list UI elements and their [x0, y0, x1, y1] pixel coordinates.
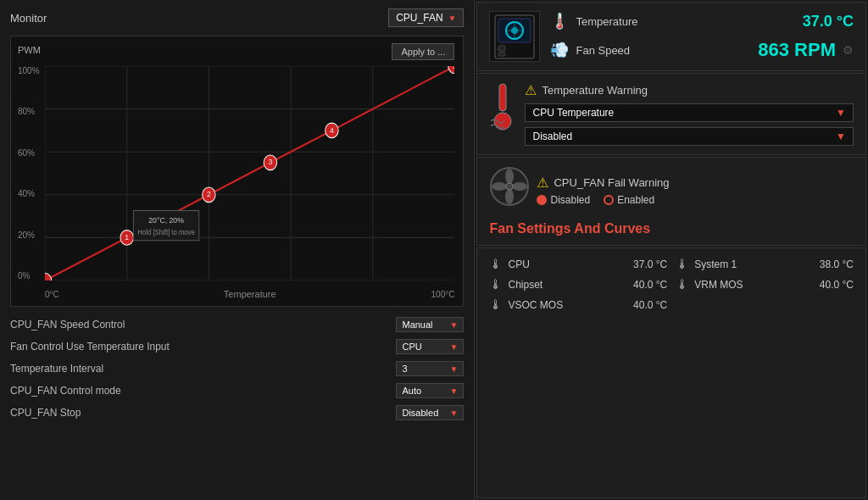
graph-y-axis-labels: 100% 80% 60% 40% 20% 0% — [18, 66, 40, 281]
svg-text:Hold [Shift] to move: Hold [Shift] to move — [137, 229, 195, 237]
graph-plot-area[interactable]: 0 1 2 3 4 5 20°C, 20% Hold [Shift] t — [45, 66, 454, 281]
setting-row-3: CPU_FAN Control mode Auto ▼ — [10, 381, 464, 400]
temp-icon-vrm: 🌡 — [676, 277, 689, 292]
temps-card: 🌡 CPU 37.0 °C 🌡 System 1 38.0 °C 🌡 Chips… — [476, 247, 866, 498]
setting-arrow-2-icon: ▼ — [450, 364, 459, 374]
temp-source-value: CPU Temperature — [532, 107, 614, 119]
setting-label-2: Temperature Interval — [10, 363, 103, 375]
temp-name-vsoc: VSOC MOS — [508, 299, 628, 311]
thermometer-warning-icon — [489, 82, 516, 133]
fan-curves-label: Fan Settings And Curves — [489, 221, 854, 236]
y-label-80: 80% — [18, 107, 40, 116]
x-label-100: 100°C — [431, 290, 455, 299]
setting-select-3[interactable]: Auto ▼ — [396, 383, 464, 398]
thermometer-status-icon: 🌡️ — [550, 12, 569, 31]
warning-content: ⚠ Temperature Warning CPU Temperature ▼ … — [525, 82, 854, 146]
setting-label-4: CPU_FAN Stop — [10, 407, 81, 419]
fail-warning-title: CPU_FAN Fail Warning — [554, 176, 669, 189]
graph-y-label: PWM — [18, 45, 41, 55]
fan-speed-value: 863 RPM — [758, 39, 836, 61]
fail-warning-card: ⚠ CPU_FAN Fail Warning Disabled Enabled … — [476, 157, 866, 246]
svg-point-43 — [506, 183, 513, 190]
setting-select-1[interactable]: CPU ▼ — [396, 339, 464, 354]
fan-select-value: CPU_FAN — [396, 12, 442, 24]
temp-source-select[interactable]: CPU Temperature ▼ — [525, 103, 854, 122]
temp-icon-chipset: 🌡 — [489, 277, 503, 292]
fail-right: ⚠ CPU_FAN Fail Warning Disabled Enabled — [537, 175, 854, 206]
temp-name-system1: System 1 — [694, 258, 815, 270]
setting-value-2: 3 — [402, 364, 407, 374]
temp-name-vrm: VRM MOS — [694, 279, 815, 291]
setting-value-0: Manual — [402, 319, 432, 330]
warning-header: ⚠ Temperature Warning — [525, 82, 854, 98]
monitor-header: Monitor CPU_FAN ▼ — [10, 8, 464, 27]
status-info: 🌡️ Temperature 37.0 °C 💨 Fan Speed 863 R… — [550, 12, 854, 61]
temp-source-arrow-icon: ▼ — [836, 107, 846, 119]
setting-arrow-1-icon: ▼ — [450, 342, 459, 352]
disabled-radio-label: Disabled — [550, 194, 590, 206]
temp-name-cpu: CPU — [508, 258, 628, 270]
temp-threshold-select[interactable]: Disabled ▼ — [525, 127, 854, 146]
x-label-0: 0°C — [45, 290, 59, 299]
setting-row-0: CPU_FAN Speed Control Manual ▼ — [10, 315, 464, 334]
fail-title-row: ⚠ CPU_FAN Fail Warning — [537, 175, 854, 191]
temp-threshold-arrow-icon: ▼ — [836, 131, 846, 142]
setting-value-1: CPU — [402, 342, 421, 352]
temps-grid: 🌡 CPU 37.0 °C 🌡 System 1 38.0 °C 🌡 Chips… — [489, 257, 854, 313]
fan-select-dropdown[interactable]: CPU_FAN ▼ — [388, 8, 464, 27]
temperature-value: 37.0 °C — [803, 13, 854, 31]
gear-icon: ⚙ — [843, 43, 854, 57]
svg-point-40 — [512, 182, 527, 191]
setting-value-3: Auto — [402, 386, 421, 396]
svg-text:1: 1 — [125, 233, 129, 242]
fan-speed-label: Fan Speed — [576, 44, 751, 57]
setting-value-4: Disabled — [402, 408, 438, 418]
setting-arrow-0-icon: ▼ — [450, 320, 459, 330]
temp-value-vrm: 40.0 °C — [820, 279, 854, 291]
setting-label-0: CPU_FAN Speed Control — [10, 319, 125, 331]
svg-text:0: 0 — [45, 280, 47, 281]
svg-text:3: 3 — [268, 158, 272, 167]
setting-row-2: Temperature Interval 3 ▼ — [10, 359, 464, 378]
pc-case-icon — [489, 11, 540, 62]
fan-status-icon: 💨 — [550, 41, 569, 59]
svg-point-42 — [492, 182, 507, 191]
setting-select-2[interactable]: 3 ▼ — [396, 361, 464, 376]
svg-rect-35 — [499, 84, 506, 111]
temp-icon-system1: 🌡 — [676, 257, 689, 272]
y-label-20: 20% — [18, 231, 40, 240]
right-panel: 🌡️ Temperature 37.0 °C 💨 Fan Speed 863 R… — [475, 0, 868, 500]
y-label-100: 100% — [18, 66, 40, 75]
temp-item-system1: 🌡 System 1 38.0 °C — [676, 257, 854, 272]
temperature-warning-title: Temperature Warning — [542, 84, 648, 97]
temp-name-chipset: Chipset — [508, 279, 628, 291]
setting-label-1: Fan Control Use Temperature Input — [10, 341, 170, 353]
temp-value-chipset: 40.0 °C — [633, 279, 667, 291]
setting-row-4: CPU_FAN Stop Disabled ▼ — [10, 403, 464, 422]
graph-svg: 0 1 2 3 4 5 20°C, 20% Hold [Shift] t — [45, 66, 454, 281]
monitor-label: Monitor — [10, 12, 47, 25]
graph-x-axis-labels: 0°C 100°C — [45, 290, 454, 299]
setting-label-3: CPU_FAN Control mode — [10, 385, 121, 397]
temp-item-cpu: 🌡 CPU 37.0 °C — [489, 257, 667, 272]
setting-select-0[interactable]: Manual ▼ — [396, 317, 464, 332]
svg-text:4: 4 — [330, 125, 334, 135]
disabled-radio-option[interactable]: Disabled — [537, 194, 590, 206]
fan-select-arrow-icon: ▼ — [448, 14, 457, 23]
svg-rect-34 — [498, 53, 505, 56]
y-label-40: 40% — [18, 189, 40, 198]
svg-point-39 — [505, 169, 514, 184]
setting-select-4[interactable]: Disabled ▼ — [396, 405, 464, 420]
y-label-60: 60% — [18, 148, 40, 158]
warning-icon-area — [489, 82, 516, 133]
fail-header: ⚠ CPU_FAN Fail Warning Disabled Enabled — [489, 166, 854, 214]
enabled-radio-dot — [604, 195, 614, 205]
apply-to-button[interactable]: Apply to ... — [392, 43, 454, 60]
svg-text:20°C, 20%: 20°C, 20% — [148, 215, 184, 225]
temp-threshold-value: Disabled — [532, 131, 572, 142]
enabled-radio-option[interactable]: Enabled — [604, 194, 654, 206]
temp-item-chipset: 🌡 Chipset 40.0 °C — [489, 277, 667, 292]
fan-large-icon — [489, 166, 530, 214]
setting-arrow-3-icon: ▼ — [450, 386, 459, 396]
temp-item-vrm: 🌡 VRM MOS 40.0 °C — [676, 277, 854, 292]
